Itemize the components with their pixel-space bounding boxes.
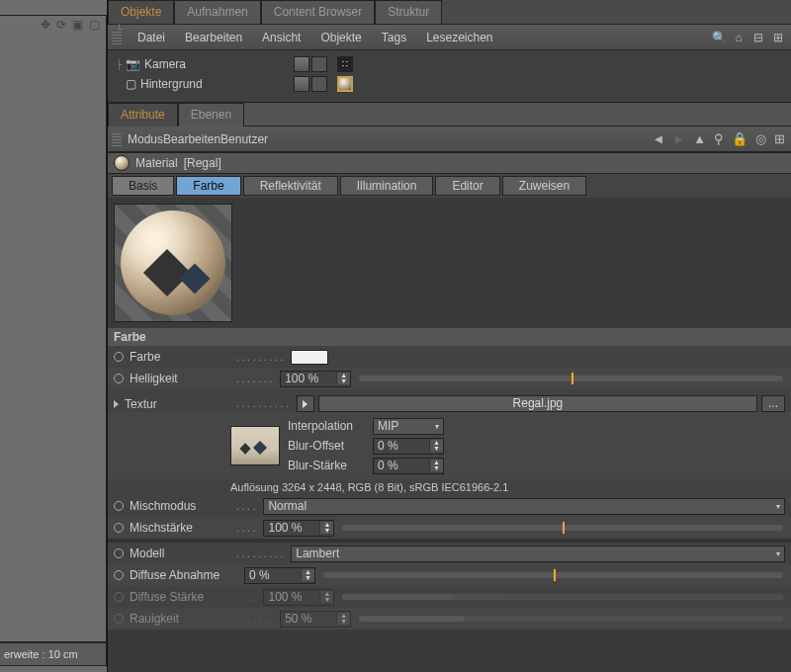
visibility-tag[interactable] xyxy=(294,56,309,72)
target-icon[interactable]: ◎ xyxy=(755,131,766,146)
anim-ring-icon xyxy=(114,614,124,624)
texture-thumbnail[interactable] xyxy=(230,426,280,465)
label-modell: Modell xyxy=(130,546,164,560)
texture-file-field[interactable]: Regal.jpg xyxy=(318,395,757,412)
bluroffset-input[interactable]: 0 %▲▼ xyxy=(373,438,444,455)
dots: . . . . xyxy=(236,501,255,512)
menu-ansicht[interactable]: Ansicht xyxy=(262,31,301,44)
tab-content-browser[interactable]: Content Browser xyxy=(261,0,375,24)
material-title-name: [Regal] xyxy=(184,156,221,170)
render-tag[interactable] xyxy=(311,76,327,92)
expand-icon[interactable]: ▢ xyxy=(89,18,100,32)
menu-datei[interactable]: Datei xyxy=(137,31,165,44)
tab-aufnahmen[interactable]: Aufnahmen xyxy=(174,0,260,24)
object-row[interactable]: ├ 📷 Kamera ∷ xyxy=(126,54,785,74)
brightness-input[interactable]: 100 %▲▼ xyxy=(280,371,351,387)
menu-lesezeichen[interactable]: Lesezeichen xyxy=(426,31,492,44)
compositing-tag[interactable]: ∷ xyxy=(337,56,353,72)
anim-ring-icon[interactable] xyxy=(114,570,124,580)
tree-branch-icon: └ xyxy=(116,24,122,34)
row-tex-sub: Interpolation MIP▾ Blur-Offset 0 %▲▼ Blu… xyxy=(108,412,791,479)
model-dropdown[interactable]: Lambert▾ xyxy=(291,546,785,562)
menu-objekte[interactable]: Objekte xyxy=(320,31,361,44)
anim-ring-icon[interactable] xyxy=(114,501,124,511)
material-preview[interactable] xyxy=(114,204,232,322)
minimize-icon[interactable]: ⊟ xyxy=(751,31,765,44)
menu-benutzer[interactable]: Benutzer xyxy=(220,132,268,146)
object-name-area[interactable]: ▢ Hintergrund xyxy=(126,77,294,91)
back-icon[interactable]: ◄ xyxy=(652,131,664,146)
menu-bearbeiten2[interactable]: Bearbeiten xyxy=(163,132,220,146)
tab-ebenen[interactable]: Ebenen xyxy=(178,103,244,126)
dots: . . . . xyxy=(236,592,255,603)
interpolation-value: MIP xyxy=(378,419,398,433)
lock-icon[interactable]: 🔒 xyxy=(732,131,747,146)
material-title-prefix: Material xyxy=(135,156,178,170)
mixstr-value: 100 % xyxy=(264,521,319,535)
row-diffuse-abnahme: Diffuse Abnahme 0 %▲▼ xyxy=(108,564,791,586)
texture-action-button[interactable] xyxy=(297,395,314,412)
new-icon[interactable]: ⊞ xyxy=(774,131,785,146)
mtab-farbe[interactable]: Farbe xyxy=(176,176,240,196)
object-row[interactable]: └ ▢ Hintergrund xyxy=(126,74,785,94)
attribute-tab-strip: Attribute Ebenen xyxy=(108,102,791,126)
preview-area xyxy=(108,198,791,328)
object-tags: ∷ xyxy=(294,56,353,72)
camera-icon: 📷 xyxy=(126,57,140,71)
material-tag[interactable] xyxy=(337,76,353,92)
search-icon[interactable]: ⚲ xyxy=(714,131,724,146)
diffuse-abnahme-input[interactable]: 0 %▲▼ xyxy=(244,567,315,584)
dots: . . . . . . . . . . xyxy=(236,398,289,409)
mixmode-value: Normal xyxy=(268,499,307,513)
anim-ring-icon[interactable] xyxy=(114,523,124,533)
anim-ring-icon[interactable] xyxy=(114,352,124,362)
render-tag[interactable] xyxy=(311,56,327,72)
menu-bearbeiten[interactable]: Bearbeiten xyxy=(185,31,242,44)
blurstr-input[interactable]: 0 %▲▼ xyxy=(373,458,444,474)
anim-ring-icon[interactable] xyxy=(114,548,124,558)
brightness-value: 100 % xyxy=(281,372,336,385)
diffuse-staerke-slider xyxy=(342,594,783,600)
expand-arrow-icon[interactable] xyxy=(114,400,119,408)
label-blurstr: Blur-Stärke xyxy=(288,459,365,472)
mixmode-dropdown[interactable]: Normal▾ xyxy=(263,498,785,515)
rotate-icon[interactable]: ⟳ xyxy=(56,18,66,32)
move-icon[interactable]: ✥ xyxy=(41,18,50,32)
mtab-editor[interactable]: Editor xyxy=(435,176,499,196)
row-diffuse-staerke: Diffuse Stärke . . . . 100 %▲▼ xyxy=(108,586,791,608)
object-list: ├ 📷 Kamera ∷ └ ▢ Hintergrund xyxy=(108,50,791,102)
row-textur: Textur . . . . . . . . . . Regal.jpg ... xyxy=(108,389,791,412)
mtab-illum[interactable]: Illumination xyxy=(340,176,434,196)
up-icon[interactable]: ▲ xyxy=(693,131,706,146)
tab-struktur[interactable]: Struktur xyxy=(375,0,442,24)
zoom-icon[interactable]: ▣ xyxy=(72,18,83,32)
rauigkeit-slider xyxy=(359,616,783,622)
attribute-right-icons: ◄ ► ▲ ⚲ 🔒 ◎ ⊞ xyxy=(652,131,785,146)
object-name-area[interactable]: 📷 Kamera xyxy=(126,57,294,71)
home-icon[interactable]: ⌂ xyxy=(732,31,746,44)
menu-tags[interactable]: Tags xyxy=(382,31,406,44)
interpolation-dropdown[interactable]: MIP▾ xyxy=(373,418,444,435)
mtab-zuweisen[interactable]: Zuweisen xyxy=(502,176,586,196)
mtab-basis[interactable]: Basis xyxy=(112,176,174,196)
visibility-tag[interactable] xyxy=(294,76,309,92)
diffuse-abnahme-slider[interactable] xyxy=(323,572,783,578)
mixstr-input[interactable]: 100 %▲▼ xyxy=(263,520,334,537)
maximize-icon[interactable]: ⊞ xyxy=(771,31,785,44)
mixstr-slider[interactable] xyxy=(342,525,783,531)
grip-icon xyxy=(112,132,122,146)
anim-ring-icon[interactable] xyxy=(114,374,124,383)
tab-objekte[interactable]: Objekte xyxy=(108,0,174,24)
attribute-menubar: Modus Bearbeiten Benutzer ◄ ► ▲ ⚲ 🔒 ◎ ⊞ xyxy=(108,126,791,152)
status-bar: erweite : 10 cm xyxy=(0,642,107,666)
fwd-icon[interactable]: ► xyxy=(672,131,685,146)
texture-browse-button[interactable]: ... xyxy=(761,395,785,412)
menu-modus[interactable]: Modus xyxy=(128,132,163,146)
brightness-slider[interactable] xyxy=(359,376,783,381)
label-interpolation: Interpolation xyxy=(288,419,365,433)
mtab-reflekt[interactable]: Reflektivität xyxy=(243,176,338,196)
row-helligkeit: Helligkeit . . . . . . . 100 %▲▼ xyxy=(108,368,791,389)
color-swatch[interactable] xyxy=(291,350,328,365)
tab-attribute[interactable]: Attribute xyxy=(108,103,178,126)
search-icon[interactable]: 🔍 xyxy=(712,31,726,44)
